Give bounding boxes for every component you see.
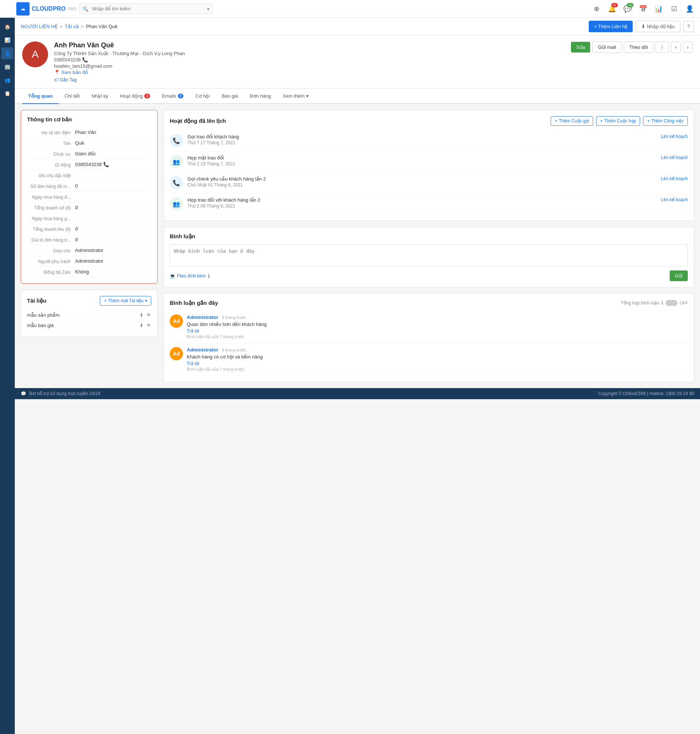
view-icon-1[interactable]: 👁 [146,312,151,318]
logo-icon: ☁ [16,2,29,16]
import-data-button[interactable]: ⬇ Nhập dữ liệu [636,21,680,32]
comment-box: Bình luận 💻 Files đính kèm ℹ Gửi [163,227,694,287]
sidebar-item-contacts[interactable]: 👤 [1,47,13,59]
sidebar-item-companies[interactable]: 🏢 [1,61,13,72]
search-input[interactable] [79,3,213,14]
comment-reply-1[interactable]: Trả lời [187,329,688,334]
notifications-btn[interactable]: 🔔 47 [606,3,618,15]
tab-details[interactable]: Chi tiết [59,89,86,104]
profile-map-link[interactable]: 📍 Xem bản đồ [54,69,565,75]
activity-date-3: Chủ Nhật 01 Tháng 8, 2021 [187,183,656,187]
info-label-first-purchase: Ngày mua hàng đ... [27,194,75,200]
edit-button[interactable]: Sửa [571,42,590,53]
chevron-down-icon: ▾ [306,93,309,99]
activity-status-1[interactable]: Lên kế hoạch [661,134,688,139]
info-value-lastname: Phan Văn [75,130,151,135]
info-icon-toggle: ℹ [662,301,663,306]
activity-title-2: Họp mặt trao đổi [187,155,656,161]
calendar-icon: 📅 [639,5,647,13]
activity-row-1: 📞 Gọi trao đổi khách hàng Thứ 7 17 Tháng… [170,130,688,151]
info-label-lastname: Họ và tên đệm [27,130,75,136]
tab-more[interactable]: Xem thêm ▾ [277,89,315,104]
info-row-total-sales: Tổng doanh số (đ) đ [27,202,151,213]
activity-content-3: Gọi check yêu cầu khách hàng lần 2 Chủ N… [187,176,656,187]
avatar-initial: A [32,49,39,60]
activity-status-4[interactable]: Lên kế hoạch [661,197,688,202]
activities-badge: 4 [144,94,150,99]
download-icon-1[interactable]: ⬇ [140,312,144,318]
breadcrumb-level1[interactable]: Tất cả [65,24,79,29]
profile-tag-link[interactable]: 🏷 Gắn Tag [54,77,565,83]
tab-orders[interactable]: Đơn hàng [244,89,276,104]
info-value-assigned-to: Administrator [75,248,151,253]
follow-button[interactable]: Theo dõi [624,41,654,53]
info-label-firstname: Tên [27,140,75,146]
footer: 💬 Bot hỗ trợ sử dụng trực tuyến 24/24 Co… [15,388,700,399]
activity-status-3[interactable]: Lên kế hoạch [661,176,688,181]
docs-box-title: Tài liệu [27,298,46,304]
call-icon-3: 📞 [170,176,183,189]
calendar-btn[interactable]: 📅 [637,3,649,15]
breadcrumb-root[interactable]: NGƯỜI LIÊN HỆ [21,24,58,29]
more-options-button[interactable]: ⋮ [656,41,669,53]
send-mail-button[interactable]: Gửi mail [593,41,621,53]
documents-box: Tài liệu + Thêm mới Tài liệu ▾ mẫu sản p… [21,290,157,337]
sidebar-item-dashboard[interactable]: 📊 [1,34,13,46]
activity-row-2: 👥 Họp mặt trao đổi Thứ 2 19 Tháng 7, 202… [170,151,688,172]
add-task-button[interactable]: + Thêm Công việc [643,116,688,126]
avatar: A [22,41,48,67]
tab-journal[interactable]: Nhật ký [86,89,114,104]
tag-icon: 🏷 [54,77,59,83]
download-icon-2[interactable]: ⬇ [140,323,144,328]
meeting-icon-4: 👥 [170,197,183,211]
comment-text-2: Khách hàng có cơ hội và tiềm năng [187,354,688,360]
tab-overview[interactable]: Tổng quan [22,89,59,104]
help-button[interactable]: ? [683,21,694,32]
activity-status-2[interactable]: Lên kế hoạch [661,155,688,160]
user-profile-btn[interactable]: 👤 [684,3,696,15]
comment-input[interactable] [170,244,688,266]
profile-email: hoatien_lam15@gmail.com [54,63,565,69]
doc-name-2: mẫu báo giá [27,323,54,328]
tab-emails[interactable]: Emails 8 [156,89,190,104]
comment-author-2: Administrator [187,347,218,352]
comment-reply-2[interactable]: Trả lời [187,361,688,366]
info-label-total-sales: Tổng doanh số (đ) [27,205,75,211]
sidebar-item-tasks[interactable]: 📋 [1,87,13,99]
sidebar-item-groups[interactable]: 👥 [1,74,13,86]
tab-opportunities[interactable]: Cơ hội [189,89,216,104]
view-icon-2[interactable]: 👁 [146,323,151,328]
add-call-button[interactable]: + Thêm Cuộc gọi [551,116,593,126]
left-panel: Thông tin cơ bản Họ và tên đệm Phan Văn … [21,110,157,382]
info-value-mobile: 0385543238 📞 [75,162,151,167]
comment-edited-1: Bình luận Đã sửa 7 tháng trước [187,335,688,339]
messages-btn[interactable]: 💬 10 [622,3,634,15]
add-meeting-button[interactable]: + Thêm Cuộc họp [596,116,640,126]
toggle-switch[interactable] [666,300,678,306]
messages-badge: 10 [627,3,634,7]
activities-title: Hoạt động đã lên lịch [170,118,226,124]
tab-quotes[interactable]: Báo giá [216,89,244,104]
prev-button[interactable]: ‹ [671,41,680,53]
checkbox-icon: ☑ [671,5,677,13]
tasks-btn[interactable]: ☑ [668,3,680,15]
add-contact-button[interactable]: + Thêm Liên hệ [589,21,633,32]
comment-time-1: 9 tháng trước [222,315,246,320]
add-icon-btn[interactable]: ⊕ [591,3,602,15]
comment-avatar-1: Ad [170,314,183,328]
info-icon[interactable]: ℹ [208,273,210,279]
attach-files-button[interactable]: 💻 Files đính kèm [170,273,206,279]
add-document-button[interactable]: + Thêm mới Tài liệu ▾ [100,296,151,306]
right-panel: Hoạt động đã lên lịch + Thêm Cuộc gọi + … [163,110,694,382]
app-logo: ☁ CLOUDPRO PRO [16,2,76,16]
call-icon-1: 📞 [170,134,183,147]
tab-activities[interactable]: Hoạt động 4 [114,89,156,104]
next-button[interactable]: › [683,41,693,53]
breadcrumb-current: Phan Văn Quê [86,24,117,29]
hamburger-icon[interactable]: ☰ [4,5,10,13]
analytics-btn[interactable]: 📊 [653,3,665,15]
sidebar-item-home[interactable]: 🏠 [1,21,13,32]
plus-icon: + [555,118,557,124]
main-layout: 🏠 📊 👤 🏢 👥 📋 NGƯỜI LIÊN HỆ > Tất cả > Pha… [0,18,700,734]
send-comment-button[interactable]: Gửi [670,270,688,281]
